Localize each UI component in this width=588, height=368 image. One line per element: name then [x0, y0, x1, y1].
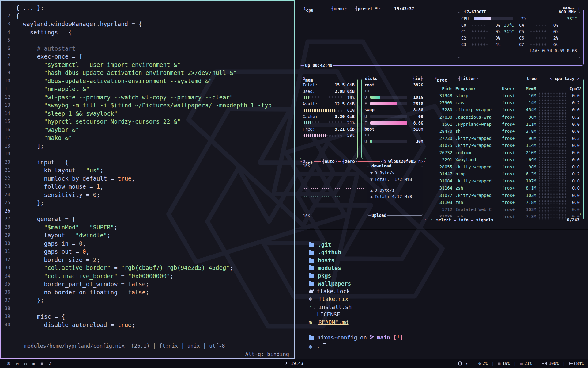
interval-plus-button[interactable]: +: [578, 6, 580, 11]
editor-line[interactable]: 19: [1, 150, 294, 158]
editor-buffer[interactable]: 1{ ... }:2{3 wayland.windowManager.hyprl…: [1, 1, 294, 329]
editor-line[interactable]: 23 follow_mouse = 1;: [1, 182, 294, 191]
editor-line[interactable]: 30 gaps_in = 0;: [1, 240, 294, 248]
editor-line[interactable]: 24 sensitivity = 0;: [1, 191, 294, 199]
file-row[interactable]: hosts: [309, 256, 588, 264]
editor-line[interactable]: 31 gaps_out = 0;: [1, 247, 294, 256]
file-row[interactable]: pkgs: [309, 272, 588, 279]
sort-next-button[interactable]: >: [577, 76, 579, 81]
process-row[interactable]: 31075.kitty-wrappedfros+114M0.0: [435, 142, 580, 149]
header-pid[interactable]: Pid:: [435, 85, 452, 92]
select-button[interactable]: select: [436, 217, 451, 222]
editor-line[interactable]: 4 settings = {: [1, 28, 294, 36]
process-row[interactable]: 26732codiumfros+210M0.0: [435, 149, 580, 156]
file-row[interactable]: >_install.sh: [309, 303, 588, 310]
editor-line[interactable]: 36 no_border_on_floating = false;: [1, 288, 294, 297]
editor-line[interactable]: 10 "dbus-update-activation-environment -…: [1, 77, 294, 85]
editor-line[interactable]: 11 "nm-applet &": [1, 85, 294, 93]
process-row[interactable]: 28470shfros+3.8M0.0: [435, 128, 580, 135]
editor-line[interactable]: 39 misc = {: [1, 312, 294, 321]
display-icon[interactable]: ▣: [32, 361, 35, 366]
editor-line[interactable]: 20 input = {: [1, 158, 294, 167]
file-row[interactable]: modules: [309, 264, 588, 272]
chat-icon[interactable]: ✉: [24, 361, 27, 366]
editor-line[interactable]: 8 "systemctl --user import-environment &…: [1, 61, 294, 69]
process-row[interactable]: 27830.audacious-wrafros+96M0.2: [435, 114, 580, 121]
editor-line[interactable]: 18 ];: [1, 142, 294, 150]
keyboard-icon[interactable]: ▦: [41, 361, 43, 366]
signals-button[interactable]: signals: [476, 217, 493, 222]
proc-sort-control[interactable]: < cpu lazy >: [548, 76, 580, 82]
proc-box-tab[interactable]: 4proc: [434, 76, 448, 83]
file-row[interactable]: .git: [309, 241, 588, 248]
sort-prev-button[interactable]: <: [549, 76, 552, 81]
process-row[interactable]: 31084.kitty-wrappedfros+107M0.0: [435, 178, 580, 185]
process-row[interactable]: 2291Xwaylandfros+69M0.0: [435, 156, 580, 163]
header-cpu[interactable]: Cpu%: [568, 85, 580, 92]
editor-line[interactable]: 6 # autostart: [1, 44, 294, 53]
editor-line[interactable]: 25 };: [1, 199, 294, 207]
editor-line[interactable]: 27 general = {: [1, 215, 294, 223]
header-memb[interactable]: MemB: [520, 85, 536, 92]
editor-line[interactable]: 38: [1, 305, 294, 313]
editor-line[interactable]: 9 "hash dbus-update-activation-environme…: [1, 69, 294, 77]
waybar-battery-module[interactable]: 84%: [569, 361, 584, 366]
btop-window[interactable]: 1cpu ┤menu├ ┤preset *├ 19:43:37 − 500ms …: [295, 0, 588, 229]
editor-line[interactable]: 29 layout = "dwindle";: [1, 231, 294, 240]
terminal-window[interactable]: .git.githubhostsmodulespkgswallpapersfla…: [295, 229, 588, 359]
process-row[interactable]: 31103zshfros+7.8M0.0: [435, 199, 580, 206]
tray-expand-icon[interactable]: ▾: [466, 361, 468, 366]
process-row[interactable]: 28055.kitty-wrappedfros+98M0.0: [435, 163, 580, 171]
process-row[interactable]: 27730.kitty-wrappedfros+96M0.2: [435, 135, 580, 142]
power-icon[interactable]: ◎: [16, 361, 19, 366]
process-row[interactable]: 1561.Hyprland-wrapfros+111M0.0: [435, 121, 580, 128]
net-auto-button[interactable]: ┤auto├: [321, 159, 338, 164]
editor-line[interactable]: 21 kb_layout = "us";: [1, 166, 294, 174]
editor-line[interactable]: 40 disable_autoreload = true;: [1, 321, 294, 329]
file-row[interactable]: M↓README.md: [309, 318, 588, 326]
editor-line[interactable]: 1{ ... }:: [1, 4, 294, 12]
disks-io-toggle[interactable]: ┤io├: [412, 76, 424, 82]
file-row[interactable]: flake.lock: [309, 287, 588, 295]
proc-tree-toggle[interactable]: tree: [526, 76, 537, 82]
proc-filter-button[interactable]: ┤filter├: [457, 76, 479, 82]
net-zero-button[interactable]: ┤zero├: [341, 159, 358, 164]
editor-line[interactable]: 28 "$mainMod" = "SUPER";: [1, 223, 294, 232]
process-row[interactable]: 5712Isolated Web Cfros+303M0.0: [435, 206, 580, 213]
file-row[interactable]: wallpapers: [309, 279, 588, 287]
header-program[interactable]: Program:: [455, 85, 502, 92]
editor-line[interactable]: 37 };: [1, 296, 294, 305]
process-row[interactable]: 31948slurpfros+16M0.0: [435, 92, 580, 99]
editor-line[interactable]: 7 exec-once = [: [1, 52, 294, 61]
file-row[interactable]: .github: [309, 248, 588, 256]
editor-line[interactable]: 35 border_part_of_window = false;: [1, 280, 294, 288]
waybar-disk-module[interactable]: ▥21%: [520, 361, 532, 366]
info-button[interactable]: info: [458, 217, 469, 222]
editor-line[interactable]: 14 "sleep 1 && swaylock": [1, 109, 294, 118]
editor-line[interactable]: 22 numlock_by_default = true;: [1, 174, 294, 183]
file-row[interactable]: ❄flake.nix: [309, 295, 588, 303]
scroll-up-icon[interactable]: ↑: [579, 86, 582, 90]
editor-line[interactable]: 3 wayland.windowManager.hyprland = {: [1, 20, 294, 28]
scroll-down-icon[interactable]: ↓: [579, 211, 582, 216]
waybar-cpu-module[interactable]: ⚙2%: [478, 361, 488, 366]
preset-button[interactable]: ┤preset *├: [354, 6, 381, 12]
editor-line[interactable]: 12 "wl-paste --primary --watch wl-copy -…: [1, 93, 294, 102]
editor-line[interactable]: 26: [1, 207, 294, 215]
menu-button[interactable]: ┤menu├: [330, 6, 347, 12]
waybar-volume-module[interactable]: 100%: [542, 361, 559, 366]
disks-box-tab[interactable]: disks: [364, 76, 379, 82]
editor-line[interactable]: 15 "hyprctl setcursor Nordzy-cursors 22 …: [1, 117, 294, 126]
tray-mouse-icon[interactable]: [458, 361, 462, 366]
process-row[interactable]: 27903cavafros+14M0.2: [435, 99, 580, 106]
editor-line[interactable]: 2{: [1, 12, 294, 20]
mem-box-tab[interactable]: 2mem: [302, 76, 314, 83]
nixos-logo-icon[interactable]: ❄: [7, 361, 10, 366]
header-user[interactable]: User:: [502, 85, 520, 92]
waybar-clock[interactable]: 19:43: [285, 359, 303, 368]
editor-line[interactable]: 5: [1, 36, 294, 44]
editor-line[interactable]: 32 border_size = 2;: [1, 256, 294, 264]
process-table-header[interactable]: Pid: Program: User: MemB Cpu%: [435, 85, 580, 92]
editor-window[interactable]: 1{ ... }:2{3 wayland.windowManager.hyprl…: [0, 0, 295, 359]
process-row[interactable]: 31447btopfros+6.3M0.2: [435, 171, 580, 178]
